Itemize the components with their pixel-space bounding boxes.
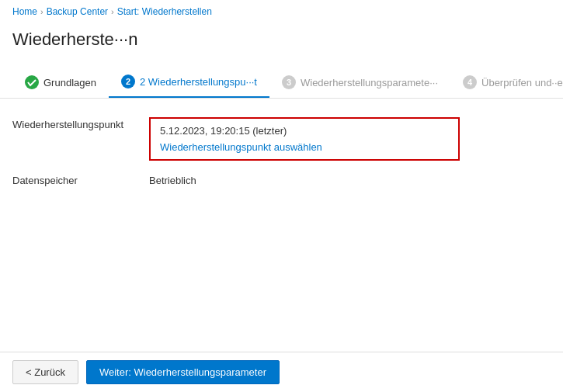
restore-point-row: Wiederherstellungspunkt 5.12.2023, 19:20… — [12, 117, 551, 161]
restore-point-select-link[interactable]: Wiederherstellungspunkt auswählen — [160, 141, 322, 153]
step-1-icon — [25, 75, 39, 89]
restore-point-label: Wiederherstellungspunkt — [12, 117, 137, 130]
back-button[interactable]: < Zurück — [12, 360, 78, 384]
step-3-number: 3 — [282, 75, 296, 89]
step-1-label: Grundlagen — [43, 77, 96, 88]
main-content: Wiederherstellungspunkt 5.12.2023, 19:20… — [0, 99, 563, 217]
footer: < Zurück Weiter: Wiederherstellungsparam… — [0, 352, 563, 392]
storage-row: Datenspeicher Betrieblich — [12, 173, 551, 186]
step-4-label: Überprüfen und··ederherstellen — [481, 77, 563, 88]
wizard-step-grundlagen[interactable]: Grundlagen — [12, 69, 109, 97]
wizard-step-restore-point[interactable]: 2 2 Wiederherstellungspu···t — [109, 68, 269, 98]
breadcrumb-sep-2: › — [111, 7, 114, 16]
storage-label: Datenspeicher — [12, 173, 137, 186]
restore-point-box: 5.12.2023, 19:20:15 (letzter) Wiederhers… — [149, 117, 460, 161]
wizard-step-parameter[interactable]: 3 Wiederherstellungsparamete··· — [269, 69, 450, 97]
storage-value: Betrieblich — [149, 173, 196, 186]
step-4-number: 4 — [463, 75, 477, 89]
step-2-number: 2 — [121, 75, 135, 88]
breadcrumb-backup-center[interactable]: Backup Center — [47, 6, 108, 17]
wizard-steps: Grundlagen 2 2 Wiederherstellungspu···t … — [0, 62, 563, 99]
step-2-label: 2 Wiederherstellungspu···t — [140, 76, 257, 88]
breadcrumb-sep-1: › — [40, 7, 43, 16]
wizard-step-review[interactable]: 4 Überprüfen und··ederherstellen — [450, 69, 563, 97]
next-button[interactable]: Weiter: Wiederherstellungsparameter — [86, 360, 280, 384]
restore-point-value: 5.12.2023, 19:20:15 (letzter) Wiederhers… — [149, 117, 551, 161]
breadcrumb-home[interactable]: Home — [12, 6, 37, 17]
step-3-label: Wiederherstellungsparamete··· — [301, 77, 438, 88]
breadcrumb: Home › Backup Center › Start: Wiederhers… — [0, 0, 563, 23]
breadcrumb-current: Start: Wiederherstellen — [117, 6, 212, 17]
page-title: Wiederherste···n — [0, 23, 563, 62]
restore-point-date: 5.12.2023, 19:20:15 (letzter) — [160, 125, 449, 137]
